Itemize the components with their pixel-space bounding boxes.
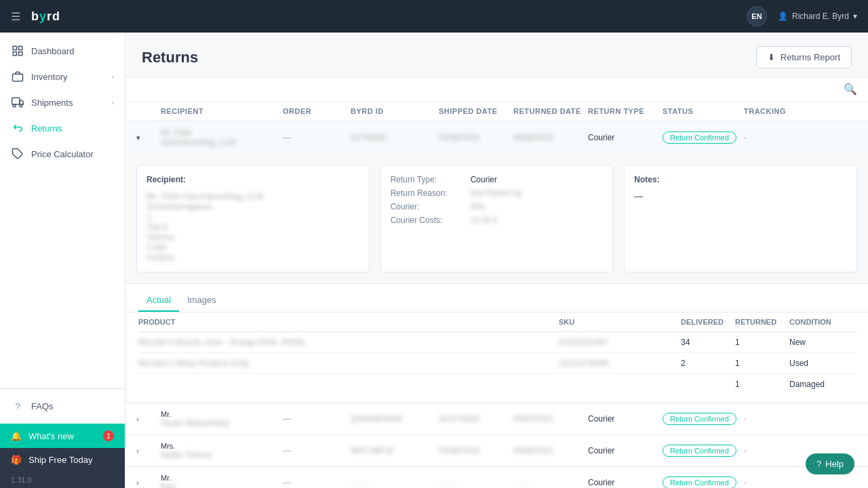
returns-report-label: Returns Report xyxy=(781,52,840,62)
table-row-main-2[interactable]: › Mr. Xavier Beauchamp — Q4944804446 31/… xyxy=(125,403,868,434)
sidebar-item-shipments[interactable]: Shipments › xyxy=(0,89,125,115)
product-name-3 xyxy=(138,380,559,389)
sidebar-item-price-calculator[interactable]: Price Calculator xyxy=(0,141,125,167)
search-icon[interactable]: 🔍 xyxy=(844,83,857,96)
tabs-area: Actual Images Product SKU Delivered Retu… xyxy=(125,289,868,403)
version-label: 1.31.0 xyxy=(0,472,125,488)
sidebar: Dashboard Inventory › xyxy=(0,33,125,488)
row-status-1: Return Confirmed xyxy=(663,131,744,144)
tab-actual[interactable]: Actual xyxy=(138,289,179,312)
product-name-2: Monster's Whey Proteins 510g xyxy=(138,359,559,368)
products-header: Product SKU Delivered Returned Condition xyxy=(138,312,857,332)
navbar: ☰ byrd EN 👤 Richard E. Byrd ▾ xyxy=(0,0,868,33)
table-row: › Mr. Xavier Beauchamp — Q4944804446 31/… xyxy=(125,403,868,435)
row-returned-date-3: 05/08/2021 xyxy=(513,446,588,455)
hamburger-icon[interactable]: ☰ xyxy=(11,10,20,23)
product-condition-1: New xyxy=(789,338,857,347)
row-shipped-date-4: ........ xyxy=(439,478,513,487)
returns-icon xyxy=(11,122,24,134)
product-returned-1: 1 xyxy=(735,338,789,347)
row-status-3: Return Confirmed xyxy=(663,445,744,457)
row-returned-date-4: ........ xyxy=(513,478,588,487)
recipient-num: 1 xyxy=(146,211,359,222)
tag-icon xyxy=(11,148,24,160)
svg-rect-1 xyxy=(19,46,22,49)
row-status-4: Return Confirmed xyxy=(663,476,744,488)
language-selector[interactable]: EN xyxy=(747,6,767,26)
recipient-country: Austria xyxy=(146,252,359,262)
row-byrd-id-3: WPC2BF33 xyxy=(351,446,439,455)
return-info-detail: Return Type: Courier Return Reason: Not … xyxy=(380,165,614,272)
download-icon: ⬇ xyxy=(768,52,775,62)
row-order-3: — xyxy=(283,446,351,455)
return-type-label: Return Type: xyxy=(391,175,465,184)
notes-section-title: Notes: xyxy=(634,175,847,184)
sidebar-item-faq[interactable]: ? FAQs xyxy=(0,394,125,418)
recipient-name: Mr. Felix Hammerschlag, LLM xyxy=(146,191,359,201)
help-button[interactable]: ? Help xyxy=(806,453,854,474)
user-menu[interactable]: 👤 Richard E. Byrd ▾ xyxy=(778,12,857,21)
sidebar-item-inventory[interactable]: Inventory › xyxy=(0,64,125,89)
table-row-main-1[interactable]: ▾ Mr. Felix Hammerschlag, LLM — 41748382… xyxy=(125,121,868,154)
product-sku-3 xyxy=(559,380,681,389)
table-row: › Mr. Barr — ........ ........ ........ … xyxy=(125,467,868,488)
courier-costs-label: Courier Costs: xyxy=(391,216,465,225)
product-sku-2: 18101278396 xyxy=(559,359,681,368)
ship-free-button[interactable]: 🎁 Ship Free Today xyxy=(0,448,125,472)
sidebar-item-price-calculator-label: Price Calculator xyxy=(31,149,94,159)
delivered-col-header: Delivered xyxy=(681,318,735,326)
condition-col-header: Condition xyxy=(789,318,857,326)
row-chevron-2: › xyxy=(136,415,161,423)
app-logo: byrd xyxy=(31,9,60,24)
row-shipped-date-2: 31/07/2020 xyxy=(439,414,513,424)
sidebar-nav: Dashboard Inventory › xyxy=(0,33,125,388)
whats-new-button[interactable]: 🔔 What's new 1 xyxy=(0,424,125,448)
row-byrd-id-1: 41748382 xyxy=(351,133,439,142)
sidebar-item-returns-label: Returns xyxy=(31,123,62,134)
product-delivered-2: 2 xyxy=(681,359,735,368)
product-col-header: Product xyxy=(138,318,559,326)
sidebar-item-returns[interactable]: Returns xyxy=(0,115,125,141)
main-header: Returns ⬇ Returns Report xyxy=(125,33,868,77)
truck-icon xyxy=(11,96,24,108)
search-row: 🔍 xyxy=(125,77,868,102)
page-title: Returns xyxy=(142,49,198,66)
svg-rect-4 xyxy=(13,74,23,81)
sku-col-header: SKU xyxy=(559,318,681,326)
status-col-header: Status xyxy=(663,107,744,115)
tab-images[interactable]: Images xyxy=(179,289,224,312)
svg-rect-5 xyxy=(12,98,20,104)
svg-point-7 xyxy=(20,104,22,107)
notes-detail: Notes: — xyxy=(624,165,857,272)
box-icon xyxy=(11,70,24,83)
courier-row: Courier: DHL xyxy=(391,202,604,211)
courier-value: DHL xyxy=(471,202,487,211)
product-condition-2: Used xyxy=(789,359,857,368)
chevron-right-icon: › xyxy=(112,73,114,81)
returns-report-button[interactable]: ⬇ Returns Report xyxy=(756,46,852,68)
return-type-value: Courier xyxy=(471,175,497,184)
whats-new-label: What's new xyxy=(28,431,74,441)
row-return-type-2: Courier xyxy=(588,414,663,424)
help-icon: ? xyxy=(816,459,821,469)
gift-icon: 🎁 xyxy=(11,455,22,465)
status-badge: Return Confirmed xyxy=(663,131,736,144)
return-type-row: Return Type: Courier xyxy=(391,175,604,184)
table-row-main-4[interactable]: › Mr. Barr — ........ ........ ........ … xyxy=(125,467,868,488)
table-row-main-3[interactable]: › Mrs. Mattia Tortosa — WPC2BF33 04/08/2… xyxy=(125,435,868,466)
tabs-row: Actual Images xyxy=(127,289,868,312)
recipient-col-header: Recipient xyxy=(161,107,283,115)
return-reason-value: Not Picked Up xyxy=(471,188,523,198)
main-content: Returns ⬇ Returns Report 🔍 Recipient Ord… xyxy=(125,33,868,488)
sidebar-item-dashboard[interactable]: Dashboard xyxy=(0,38,125,64)
return-reason-label: Return Reason: xyxy=(391,188,465,198)
row-recipient-2: Mr. Xavier Beauchamp xyxy=(161,410,283,428)
recipient-zip: 1180 xyxy=(146,242,359,252)
product-row: Monster's Muscle Juice - Energy Drink, 2… xyxy=(138,332,857,353)
bell-icon: 🔔 xyxy=(11,431,22,441)
row-order-4: — xyxy=(283,478,351,487)
row-shipped-date-1: 03/08/2020 xyxy=(439,133,513,142)
grid-icon xyxy=(11,45,24,57)
ship-free-label: Ship Free Today xyxy=(28,455,92,465)
recipient-city: Vienna xyxy=(146,232,359,242)
